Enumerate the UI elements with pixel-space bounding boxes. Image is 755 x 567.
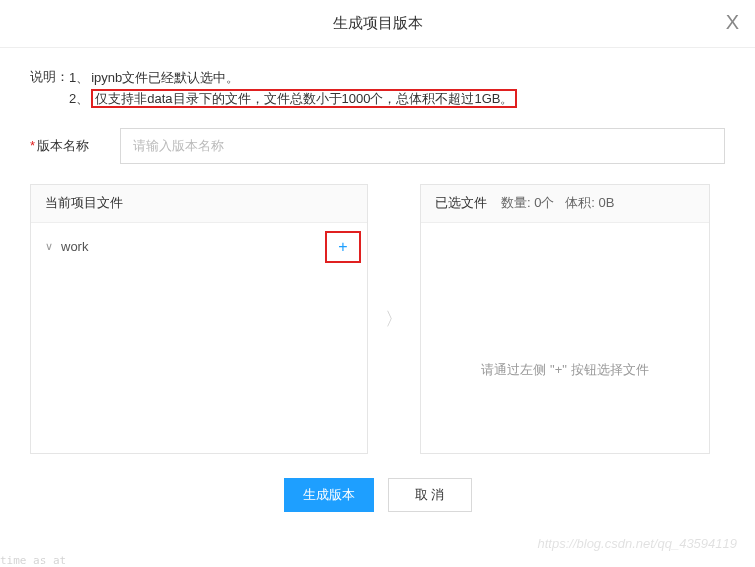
version-name-row: *版本名称 [30, 128, 725, 164]
version-name-input[interactable] [120, 128, 725, 164]
selected-count-value: 0个 [534, 195, 554, 210]
desc-line1-num: 1、 [69, 70, 89, 85]
selected-files-header: 已选文件 数量: 0个 体积: 0B [421, 185, 709, 223]
selected-files-body: 请通过左侧 "+" 按钮选择文件 [421, 223, 709, 453]
close-icon[interactable]: X [726, 12, 739, 32]
selected-size-value: 0B [599, 195, 615, 210]
chevron-down-icon[interactable]: ∨ [45, 240, 61, 253]
current-files-header: 当前项目文件 [31, 185, 367, 223]
selected-files-title: 已选文件 [435, 194, 487, 212]
desc-line2-num: 2、 [69, 91, 89, 106]
watermark-text: https://blog.csdn.net/qq_43594119 [538, 536, 738, 551]
current-files-body: ∨ work + [31, 223, 367, 453]
arrow-right-icon: 〉 [385, 307, 403, 331]
background-code-text: time as at [0, 554, 66, 567]
description-label: 说明： [30, 68, 69, 110]
selected-size-label: 体积: [565, 195, 595, 210]
panel-gap: 〉 [368, 184, 420, 454]
selected-empty-hint: 请通过左侧 "+" 按钮选择文件 [421, 361, 709, 379]
description-block: 说明： 1、ipynb文件已经默认选中。 2、仅支持非data目录下的文件，文件… [30, 68, 725, 110]
selected-files-panel: 已选文件 数量: 0个 体积: 0B 请通过左侧 "+" 按钮选择文件 [420, 184, 710, 454]
version-name-label: *版本名称 [30, 137, 120, 155]
dialog-footer: 生成版本 取 消 [30, 478, 725, 512]
tree-root-label: work [61, 239, 333, 254]
cancel-button[interactable]: 取 消 [388, 478, 472, 512]
desc-line1-text: ipynb文件已经默认选中。 [91, 70, 239, 85]
submit-button[interactable]: 生成版本 [284, 478, 374, 512]
desc-line2-text: 仅支持非data目录下的文件，文件总数小于1000个，总体积不超过1GB。 [91, 89, 517, 108]
selected-count-label: 数量: [501, 195, 531, 210]
add-file-icon[interactable]: + [333, 238, 353, 256]
dialog-header: 生成项目版本 X [0, 0, 755, 48]
current-files-panel: 当前项目文件 ∨ work + [30, 184, 368, 454]
current-files-title: 当前项目文件 [45, 194, 123, 212]
dialog-title: 生成项目版本 [333, 14, 423, 33]
tree-item-root[interactable]: ∨ work + [31, 231, 367, 263]
